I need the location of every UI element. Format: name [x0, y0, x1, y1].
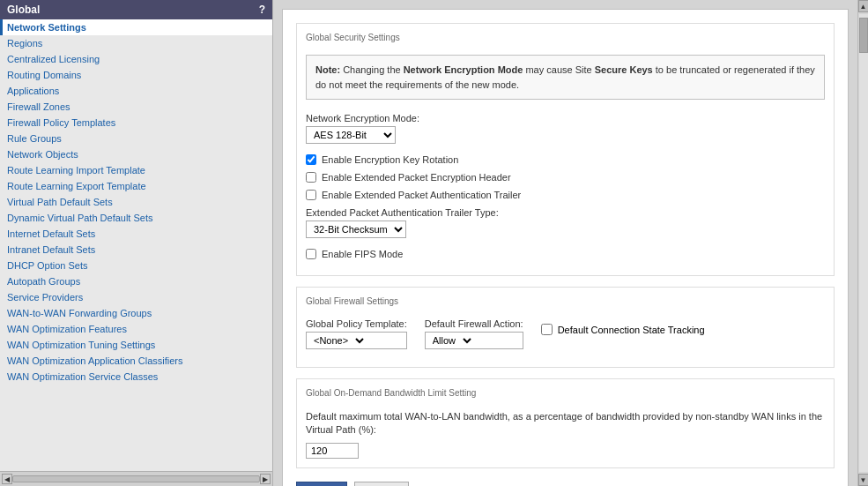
- sidebar-item-intranet-default-sets[interactable]: Intranet Default Sets: [0, 242, 272, 258]
- connection-state-checkbox[interactable]: [541, 324, 553, 335]
- content-panel: Global Security Settings Note: Changing …: [282, 9, 849, 486]
- encryption-mode-label: Network Encryption Mode:: [306, 113, 825, 123]
- extended-packet-label: Enable Extended Packet Encryption Header: [322, 172, 511, 183]
- policy-template-col: Global Policy Template: <None> Default: [306, 318, 407, 349]
- note-text-1: Changing the: [343, 64, 404, 75]
- auth-trailer-select-wrapper: 32-Bit Checksum 64-Bit Checksum: [306, 221, 406, 238]
- sidebar-item-wan-optimization-tuning-settings[interactable]: WAN Optimization Tuning Settings: [0, 337, 272, 353]
- sidebar-item-wan-optimization-application-classifiers[interactable]: WAN Optimization Application Classifiers: [0, 353, 272, 369]
- global-firewall-title: Global Firewall Settings: [306, 296, 825, 310]
- extended-auth-checkbox[interactable]: [306, 190, 316, 200]
- sidebar-item-wan-optimization-service-classes[interactable]: WAN Optimization Service Classes: [0, 369, 272, 385]
- encryption-mode-group: Network Encryption Mode: AES 128-Bit AES…: [306, 113, 825, 144]
- note-box: Note: Changing the Network Encryption Mo…: [306, 55, 825, 100]
- encryption-mode-select-wrapper: AES 128-Bit AES 256-Bit None: [306, 126, 396, 144]
- sidebar-item-virtual-path-default-sets[interactable]: Virtual Path Default Sets: [0, 194, 272, 210]
- sidebar-item-centralized-licensing[interactable]: Centralized Licensing: [0, 51, 272, 67]
- sidebar-item-firewall-zones[interactable]: Firewall Zones: [0, 99, 272, 115]
- sidebar-item-dynamic-virtual-path-default-sets[interactable]: Dynamic Virtual Path Default Sets: [0, 210, 272, 226]
- bandwidth-description: Default maximum total WAN-to-LAN bandwid…: [306, 410, 825, 437]
- scroll-down-arrow[interactable]: ▼: [858, 474, 869, 486]
- note-label: Note:: [315, 64, 340, 75]
- scroll-right-arrow[interactable]: ▶: [260, 474, 271, 484]
- bandwidth-input[interactable]: [306, 443, 359, 459]
- global-security-box: Global Security Settings Note: Changing …: [296, 23, 835, 276]
- policy-template-select[interactable]: <None> Default: [307, 333, 367, 348]
- sidebar-item-route-learning-export-template[interactable]: Route Learning Export Template: [0, 178, 272, 194]
- sidebar-item-internet-default-sets[interactable]: Internet Default Sets: [0, 226, 272, 242]
- scroll-up-arrow[interactable]: ▲: [858, 0, 869, 12]
- auth-trailer-select[interactable]: 32-Bit Checksum 64-Bit Checksum: [307, 221, 405, 237]
- sidebar-item-wan-optimization-features[interactable]: WAN Optimization Features: [0, 321, 272, 337]
- sidebar-item-autopath-groups[interactable]: Autopath Groups: [0, 273, 272, 289]
- scrollbar-thumb-area: [859, 14, 868, 472]
- sidebar-item-network-settings[interactable]: Network Settings: [0, 19, 272, 35]
- sidebar-item-routing-domains[interactable]: Routing Domains: [0, 67, 272, 83]
- sidebar-item-service-providers[interactable]: Service Providers: [0, 289, 272, 305]
- extended-auth-label: Enable Extended Packet Authentication Tr…: [322, 190, 521, 200]
- extended-auth-row: Enable Extended Packet Authentication Tr…: [306, 190, 825, 200]
- firewall-action-label: Default Firewall Action:: [425, 318, 523, 329]
- scrollbar-thumb[interactable]: [859, 18, 868, 53]
- scrollbar-track: [12, 475, 260, 482]
- note-text-2: may cause Site: [525, 64, 594, 75]
- connection-state-label: Default Connection State Tracking: [558, 325, 705, 335]
- policy-template-label: Global Policy Template:: [306, 318, 407, 329]
- auth-trailer-type-group: Extended Packet Authentication Trailer T…: [306, 207, 825, 238]
- firewall-action-select[interactable]: Allow Deny: [426, 333, 474, 348]
- global-security-title: Global Security Settings: [306, 33, 825, 46]
- note-bold-2: Secure Keys: [595, 64, 653, 75]
- sidebar-title: Global: [7, 4, 40, 16]
- main-content: Global Security Settings Note: Changing …: [273, 0, 857, 486]
- sidebar-scrollbar: ◀ ▶: [0, 471, 272, 486]
- sidebar-item-route-learning-import-template[interactable]: Route Learning Import Template: [0, 162, 272, 178]
- connection-state-row: Default Connection State Tracking: [541, 324, 705, 335]
- encryption-mode-select[interactable]: AES 128-Bit AES 256-Bit None: [307, 127, 395, 143]
- sidebar-list: Network SettingsRegionsCentralized Licen…: [0, 19, 272, 471]
- fips-checkbox[interactable]: [306, 249, 316, 259]
- key-rotation-checkbox[interactable]: [306, 154, 316, 165]
- firewall-action-col: Default Firewall Action: Allow Deny: [425, 318, 523, 349]
- right-scrollbar[interactable]: ▲ ▼: [857, 0, 868, 486]
- policy-template-select-wrapper: <None> Default: [306, 332, 407, 349]
- sidebar-item-regions[interactable]: Regions: [0, 35, 272, 51]
- sidebar: Global ? Network SettingsRegionsCentrali…: [0, 0, 273, 486]
- fips-row: Enable FIPS Mode: [306, 249, 825, 259]
- sidebar-header: Global ?: [0, 0, 272, 19]
- sidebar-item-dhcp-option-sets[interactable]: DHCP Option Sets: [0, 258, 272, 273]
- sidebar-item-applications[interactable]: Applications: [0, 83, 272, 99]
- fips-label: Enable FIPS Mode: [322, 249, 403, 259]
- firewall-action-select-wrapper: Allow Deny: [425, 332, 523, 349]
- auth-trailer-label: Extended Packet Authentication Trailer T…: [306, 207, 825, 218]
- firewall-fields-row: Global Policy Template: <None> Default D…: [306, 318, 825, 349]
- note-bold-1: Network Encryption Mode: [404, 64, 523, 75]
- sidebar-item-wan-to-wan-forwarding-groups[interactable]: WAN-to-WAN Forwarding Groups: [0, 305, 272, 321]
- bandwidth-section-title: Global On-Demand Bandwidth Limit Setting: [306, 388, 825, 401]
- help-icon[interactable]: ?: [259, 4, 265, 16]
- sidebar-item-firewall-policy-templates[interactable]: Firewall Policy Templates: [0, 115, 272, 131]
- sidebar-item-network-objects[interactable]: Network Objects: [0, 146, 272, 162]
- button-row: Apply Revert: [296, 482, 835, 486]
- extended-packet-checkbox[interactable]: [306, 172, 316, 183]
- extended-packet-row: Enable Extended Packet Encryption Header: [306, 172, 825, 183]
- scroll-left-arrow[interactable]: ◀: [2, 474, 12, 484]
- global-firewall-box: Global Firewall Settings Global Policy T…: [296, 287, 835, 368]
- bandwidth-section: Global On-Demand Bandwidth Limit Setting…: [296, 378, 835, 468]
- apply-button[interactable]: Apply: [296, 482, 347, 486]
- revert-button[interactable]: Revert: [354, 482, 409, 486]
- key-rotation-label: Enable Encryption Key Rotation: [322, 154, 458, 165]
- sidebar-item-rule-groups[interactable]: Rule Groups: [0, 131, 272, 146]
- key-rotation-row: Enable Encryption Key Rotation: [306, 154, 825, 165]
